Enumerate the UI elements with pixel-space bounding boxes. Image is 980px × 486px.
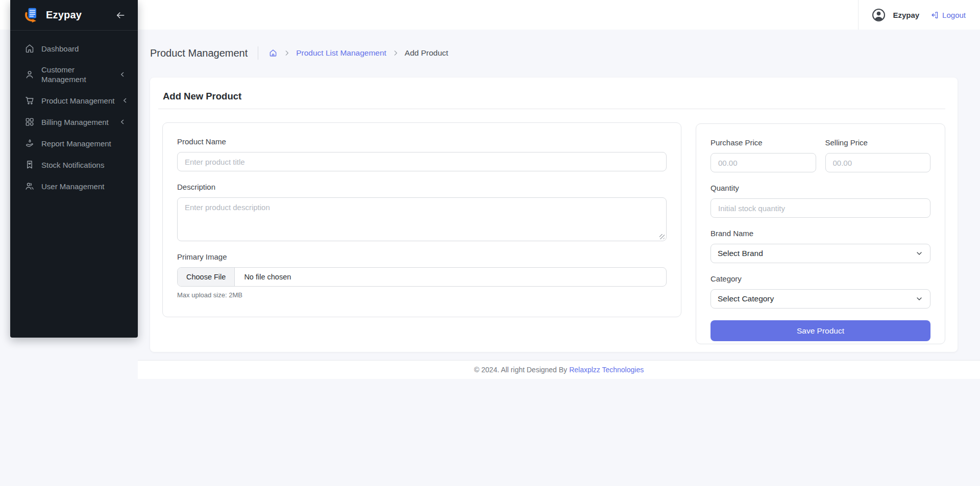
- header-user-area: Ezypay Logout: [858, 0, 966, 30]
- description-field: Description: [177, 183, 667, 241]
- primary-image-file-input[interactable]: Choose File No file chosen: [177, 267, 667, 287]
- arrow-left-icon: [115, 10, 126, 20]
- sidebar-item-dashboard[interactable]: Dashboard: [10, 38, 138, 59]
- report-icon: [24, 138, 35, 148]
- header-username: Ezypay: [893, 11, 919, 19]
- save-product-button[interactable]: Save Product: [710, 320, 930, 341]
- logout-button[interactable]: Logout: [930, 11, 966, 19]
- chevron-down-icon: [915, 295, 923, 303]
- sidebar-item-label: Stock Notifications: [41, 160, 104, 170]
- pricing-panel: Purchase Price Selling Price Quantity Br…: [696, 123, 945, 344]
- page-title: Product Management: [150, 47, 248, 59]
- chevron-down-icon: [915, 249, 923, 258]
- selling-price-input[interactable]: [825, 153, 931, 172]
- primary-image-field: Primary Image Choose File No file chosen…: [177, 252, 667, 299]
- category-select[interactable]: Select Category: [710, 289, 930, 309]
- sidebar-item-label: Product Management: [41, 96, 114, 106]
- quantity-label: Quantity: [710, 184, 930, 192]
- price-row: Purchase Price Selling Price: [710, 138, 930, 172]
- product-name-field: Product Name: [177, 137, 667, 171]
- sidebar-item-report-management[interactable]: Report Management: [10, 133, 138, 154]
- purchase-price-field: Purchase Price: [710, 138, 816, 172]
- home-icon: [24, 43, 35, 54]
- sidebar-logo-row: Ezypay: [10, 0, 138, 31]
- footer-link[interactable]: Relaxplzz Technologies: [569, 366, 644, 374]
- sidebar-item-label: Customer Management: [41, 65, 102, 84]
- breadcrumb: Product Management Product List Manageme…: [150, 43, 448, 63]
- breadcrumb-current: Add Product: [405, 48, 448, 58]
- grid-icon: [24, 117, 35, 127]
- purchase-price-label: Purchase Price: [710, 138, 816, 147]
- chevron-right-icon: [283, 49, 290, 57]
- breadcrumb-link-product-list[interactable]: Product List Management: [296, 48, 386, 58]
- chevron-left-icon: [121, 96, 129, 105]
- brand-label: Brand Name: [710, 229, 930, 238]
- brand-field: Brand Name Select Brand: [710, 229, 930, 263]
- product-name-input[interactable]: [177, 152, 667, 171]
- chevron-left-icon: [118, 118, 127, 126]
- sidebar-item-user-management[interactable]: User Management: [10, 175, 138, 197]
- top-header: Ezypay Logout: [0, 0, 980, 30]
- brand-select[interactable]: Select Brand: [710, 244, 930, 263]
- footer: © 2024. All right Designed By Relaxplzz …: [138, 360, 980, 379]
- sidebar-item-customer-management[interactable]: Customer Management: [10, 59, 138, 90]
- card-title: Add New Product: [163, 91, 241, 102]
- sidebar-item-label: Billing Management: [41, 117, 109, 127]
- sidebar: Ezypay Dashboard Customer Management: [10, 0, 138, 338]
- ezypay-logo-text: Ezypay: [46, 9, 82, 21]
- page: Ezypay Logout Ezypay: [0, 0, 980, 486]
- product-details-panel: Product Name Description Primary Image C…: [162, 122, 681, 317]
- chevron-left-icon: [118, 70, 127, 79]
- selling-price-label: Selling Price: [825, 138, 931, 147]
- sidebar-item-label: Report Management: [41, 139, 111, 148]
- quantity-field: Quantity: [710, 184, 930, 218]
- sidebar-collapse-button[interactable]: [115, 10, 126, 20]
- card-title-divider: [158, 109, 945, 109]
- logout-label: Logout: [942, 11, 966, 19]
- ezypay-logo-icon: [23, 7, 41, 24]
- user-icon: [24, 69, 35, 80]
- users-icon: [24, 181, 35, 191]
- selling-price-field: Selling Price: [825, 138, 931, 172]
- category-field: Category Select Category: [710, 274, 930, 309]
- breadcrumb-home-link[interactable]: [268, 48, 278, 58]
- sidebar-item-product-management[interactable]: Product Management: [10, 90, 138, 111]
- logout-icon: [930, 11, 939, 19]
- choose-file-button[interactable]: Choose File: [178, 268, 235, 286]
- purchase-price-input[interactable]: [710, 153, 816, 172]
- footer-copyright: © 2024. All right Designed By: [474, 366, 567, 374]
- file-chosen-status: No file chosen: [235, 273, 291, 281]
- sidebar-item-label: Dashboard: [41, 44, 79, 54]
- add-product-card: Add New Product Product Name Description…: [150, 78, 958, 352]
- product-name-label: Product Name: [177, 137, 667, 146]
- description-label: Description: [177, 183, 667, 191]
- home-icon: [268, 48, 278, 58]
- category-label: Category: [710, 274, 930, 283]
- sidebar-item-stock-notifications[interactable]: Stock Notifications: [10, 154, 138, 175]
- chevron-right-icon: [392, 49, 399, 57]
- cart-icon: [24, 95, 35, 106]
- bookmark-heart-icon: [24, 160, 35, 170]
- category-select-value: Select Category: [718, 294, 774, 303]
- brand-select-value: Select Brand: [718, 249, 763, 258]
- breadcrumb-divider: [258, 46, 258, 60]
- description-textarea[interactable]: [177, 197, 667, 241]
- sidebar-menu: Dashboard Customer Management Product Ma…: [10, 31, 138, 197]
- avatar: [872, 8, 886, 22]
- sidebar-item-label: User Management: [41, 182, 104, 191]
- sidebar-item-billing-management[interactable]: Billing Management: [10, 111, 138, 133]
- primary-image-label: Primary Image: [177, 252, 667, 261]
- upload-size-hint: Max upload size: 2MB: [177, 291, 667, 299]
- quantity-input[interactable]: [710, 198, 930, 218]
